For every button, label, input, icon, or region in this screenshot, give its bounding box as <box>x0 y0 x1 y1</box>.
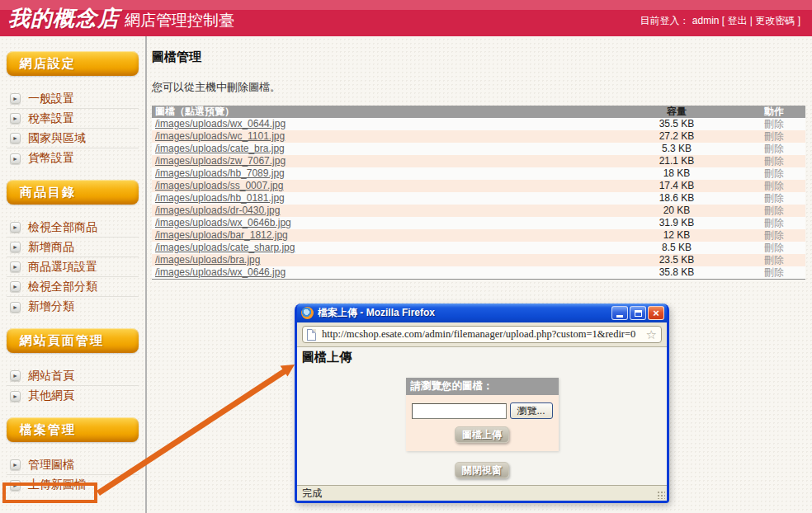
arrow-bullet-icon: ► <box>10 370 21 381</box>
url-field[interactable]: http://mcshop.esate.com/admin/filemanage… <box>302 326 662 343</box>
change-password-link[interactable]: 更改密碼 <box>755 15 795 26</box>
minimize-button[interactable] <box>611 306 628 320</box>
sidebar-item-label[interactable]: 國家與區域 <box>28 131 86 146</box>
file-link[interactable]: /images/uploads/cate_bra.jpg <box>155 143 285 154</box>
sidebar-item-label[interactable]: 檢視全部商品 <box>28 220 97 235</box>
sidebar-item-add-product[interactable]: ► 新增商品 <box>7 238 139 257</box>
file-link[interactable]: /images/uploads/bar_1812.jpg <box>155 229 288 241</box>
delete-link[interactable]: 刪除 <box>764 242 784 253</box>
arrow-bullet-icon: ► <box>10 480 21 491</box>
file-link[interactable]: /images/uploads/ss_0007.jpg <box>155 180 283 191</box>
delete-link[interactable]: 刪除 <box>764 229 784 241</box>
file-link[interactable]: /images/uploads/cate_sharp.jpg <box>155 242 295 253</box>
sidebar-item-currency-settings[interactable]: ► 貨幣設置 <box>7 148 139 168</box>
maximize-button[interactable] <box>630 306 646 320</box>
table-row: /images/uploads/cate_sharp.jpg 8.5 KB 刪除 <box>152 242 805 254</box>
app-header: 我的概念店 網店管理控制臺 目前登入： admin [ 登出 | 更改密碼 ] <box>0 0 812 36</box>
file-path-input[interactable] <box>412 403 507 419</box>
table-row: /images/uploads/cate_bra.jpg 5.3 KB 刪除 <box>152 143 805 155</box>
page: 我的概念店 網店管理控制臺 目前登入： admin [ 登出 | 更改密碼 ] … <box>0 0 812 513</box>
upload-form-label: 請瀏覽您的圖檔： <box>406 378 559 395</box>
logout-link[interactable]: 登出 <box>728 15 748 26</box>
delete-link[interactable]: 刪除 <box>764 217 784 228</box>
sidebar-item-product-options[interactable]: ► 商品選項設置 <box>7 257 139 277</box>
sidebar-item-label[interactable]: 上傳新圖檔 <box>28 478 86 492</box>
sidebar: 網店設定 ► 一般設置 ► 稅率設置 ► 國家與區域 ► 貨幣設置 <box>0 36 147 513</box>
login-username: admin <box>692 15 720 26</box>
sidebar-item-label[interactable]: 新增分類 <box>28 299 74 314</box>
browse-button[interactable]: 瀏覽... <box>510 402 553 419</box>
table-row: /images/uploads/wx_0646b.jpg 31.9 KB 刪除 <box>152 217 805 229</box>
file-size: 27.2 KB <box>611 130 743 143</box>
file-size: 35.5 KB <box>611 118 743 130</box>
table-header-row: 圖檔（點選預覽） 容量 動作 <box>152 106 805 118</box>
file-size: 23.5 KB <box>611 254 743 266</box>
file-link[interactable]: /images/uploads/bra.jpg <box>155 254 260 266</box>
sidebar-item-label[interactable]: 檢視全部分類 <box>28 280 97 294</box>
sidebar-item-other-pages[interactable]: ► 其他網頁 <box>7 386 139 406</box>
app-logo: 我的概念店 <box>8 4 120 33</box>
popup-title: 檔案上傳 - Mozilla Firefox <box>318 306 607 320</box>
sidebar-item-view-all-products[interactable]: ► 檢視全部商品 <box>7 218 139 238</box>
popup-titlebar[interactable]: 檔案上傳 - Mozilla Firefox × <box>297 304 667 322</box>
sidebar-item-label[interactable]: 新增商品 <box>28 240 74 255</box>
sidebar-item-label[interactable]: 網站首頁 <box>28 369 74 384</box>
sidebar-section-file-management[interactable]: 檔案管理 <box>7 417 139 442</box>
sidebar-item-label[interactable]: 一般設置 <box>28 92 74 106</box>
sidebar-item-label[interactable]: 管理圖檔 <box>28 458 74 473</box>
file-link[interactable]: /images/uploads/wx_0646b.jpg <box>155 217 291 228</box>
sidebar-item-upload-new-image[interactable]: ► 上傳新圖檔 <box>7 475 139 495</box>
file-table: 圖檔（點選預覽） 容量 動作 /images/uploads/wx_0644.j… <box>152 106 805 280</box>
sidebar-item-site-home[interactable]: ► 網站首頁 <box>7 366 139 386</box>
sidebar-section-site-pages[interactable]: 網站頁面管理 <box>7 328 139 353</box>
popup-statusbar: 完成 <box>297 485 667 501</box>
delete-link[interactable]: 刪除 <box>764 254 784 266</box>
arrow-bullet-icon: ► <box>10 302 21 313</box>
delete-link[interactable]: 刪除 <box>764 155 784 167</box>
table-row: /images/uploads/ss_0007.jpg 17.4 KB 刪除 <box>152 180 805 192</box>
sidebar-section-store-settings[interactable]: 網店設定 <box>7 51 139 76</box>
delete-link[interactable]: 刪除 <box>764 143 784 154</box>
sidebar-item-countries-regions[interactable]: ► 國家與區域 <box>7 129 139 148</box>
upload-form-body: 瀏覽... 圖檔上傳 <box>406 395 559 451</box>
file-link[interactable]: /images/uploads/wx_0644.jpg <box>155 118 286 129</box>
sidebar-item-label[interactable]: 稅率設置 <box>28 111 74 126</box>
bookmark-star-icon[interactable]: ☆ <box>646 328 657 341</box>
sidebar-section-product-catalog[interactable]: 商品目錄 <box>7 180 139 205</box>
popup-urlbar: http://mcshop.esate.com/admin/filemanage… <box>297 322 667 347</box>
delete-link[interactable]: 刪除 <box>764 192 784 204</box>
sidebar-item-general-settings[interactable]: ► 一般設置 <box>7 89 139 109</box>
file-size: 18.6 KB <box>611 192 743 205</box>
table-row: /images/uploads/bra.jpg 23.5 KB 刪除 <box>152 254 805 266</box>
file-link[interactable]: /images/uploads/hb_0181.jpg <box>155 192 285 204</box>
file-link[interactable]: /images/uploads/zw_7067.jpg <box>155 155 286 167</box>
file-link[interactable]: /images/uploads/wc_1101.jpg <box>155 130 285 142</box>
sidebar-item-label[interactable]: 商品選項設置 <box>28 260 97 275</box>
close-window-button[interactable]: 關閉視窗 <box>455 462 509 478</box>
sidebar-item-manage-images[interactable]: ► 管理圖檔 <box>7 455 139 475</box>
upload-button[interactable]: 圖檔上傳 <box>455 426 509 443</box>
sidebar-item-tax-settings[interactable]: ► 稅率設置 <box>7 109 139 129</box>
url-text: http://mcshop.esate.com/admin/filemanage… <box>322 328 640 341</box>
sidebar-item-view-all-categories[interactable]: ► 檢視全部分類 <box>7 277 139 297</box>
bracket-open: [ <box>722 15 725 26</box>
file-link[interactable]: /images/uploads/wx_0646.jpg <box>155 266 286 278</box>
delete-link[interactable]: 刪除 <box>764 266 784 278</box>
delete-link[interactable]: 刪除 <box>764 205 784 216</box>
delete-link[interactable]: 刪除 <box>764 180 784 191</box>
sidebar-item-label[interactable]: 其他網頁 <box>28 388 74 403</box>
sidebar-items-group: ► 網站首頁 ► 其他網頁 <box>0 366 145 406</box>
arrow-bullet-icon: ► <box>10 222 21 233</box>
sidebar-item-add-category[interactable]: ► 新增分類 <box>7 297 139 317</box>
delete-link[interactable]: 刪除 <box>764 167 784 179</box>
minimize-icon <box>616 315 623 318</box>
sidebar-item-label[interactable]: 貨幣設置 <box>28 151 74 166</box>
delete-link[interactable]: 刪除 <box>764 130 784 142</box>
file-size: 12 KB <box>611 229 743 242</box>
resize-grip[interactable] <box>657 491 665 499</box>
close-button[interactable]: × <box>648 306 664 320</box>
file-link[interactable]: /images/uploads/hb_7089.jpg <box>155 167 285 179</box>
firefox-icon <box>301 307 314 319</box>
file-link[interactable]: /images/uploads/dr-0430.jpg <box>155 205 280 216</box>
delete-link[interactable]: 刪除 <box>764 118 784 129</box>
